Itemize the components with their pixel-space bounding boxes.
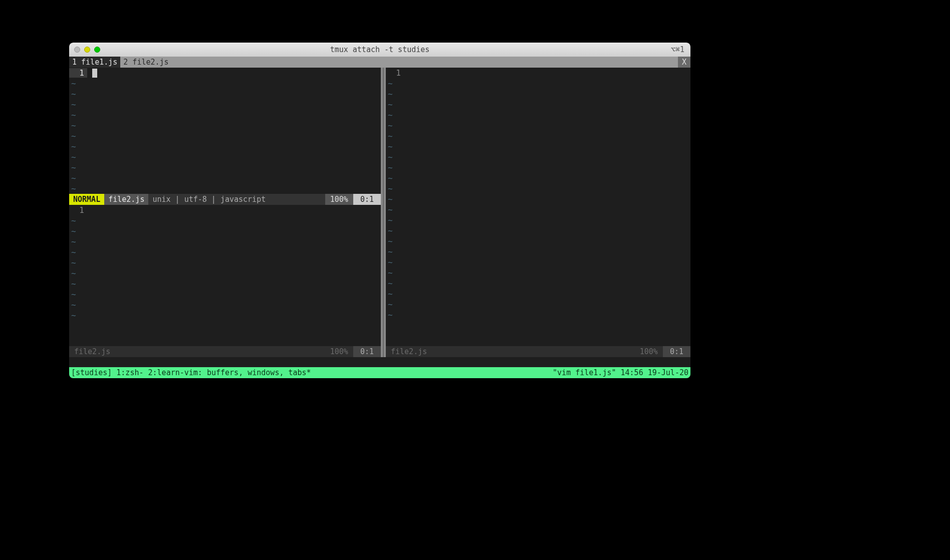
empty-line-tilde: ~ [386,289,690,299]
statusline-active: NORMAL file2.js unix | utf-8 | javascrip… [69,194,381,205]
split-container: 1 ~~~~~~~~~~~ NORMAL file2.js unix | utf… [69,68,690,357]
tab-label: 1 file1.js [72,58,117,67]
buffer-line: 1 [69,205,381,215]
line-number: 1 [69,205,87,215]
window-title: tmux attach -t studies [69,45,690,54]
tab-label: 2 file2.js [123,58,168,67]
empty-line-tilde: ~ [69,257,381,268]
left-column: 1 ~~~~~~~~~~~ NORMAL file2.js unix | utf… [69,68,381,357]
empty-line-tilde: ~ [386,183,690,194]
empty-line-tilde: ~ [386,236,690,246]
vim-tabline: 1 file1.js 2 file2.js X [69,57,690,68]
editor-area: 1 ~~~~~~~~~~~ NORMAL file2.js unix | utf… [69,68,690,378]
empty-line-tilde: ~ [386,257,690,267]
empty-line-tilde: ~ [69,183,381,194]
status-position: 0:1 [353,346,381,357]
empty-line-tilde: ~ [386,278,690,289]
empty-line-tilde: ~ [386,225,690,236]
empty-line-tilde: ~ [386,99,690,110]
status-percent: 100% [635,347,663,356]
empty-line-tilde: ~ [386,141,690,152]
empty-line-tilde: ~ [386,267,690,278]
empty-line-tilde: ~ [386,131,690,141]
empty-line-tilde: ~ [69,89,381,99]
empty-line-tilde: ~ [69,300,381,310]
line-content [87,68,381,78]
empty-line-tilde: ~ [69,278,381,289]
status-percent: 100% [325,347,353,356]
status-filename: file2.js [386,347,635,356]
empty-line-tilde: ~ [69,99,381,110]
empty-line-tilde: ~ [69,247,381,257]
cursor-icon [92,69,97,78]
pane-top-left[interactable]: 1 ~~~~~~~~~~~ [69,68,381,194]
vim-commandline[interactable] [69,357,690,367]
empty-line-tilde: ~ [69,289,381,300]
pane-bottom-left[interactable]: 1 ~~~~~~~~~~ [69,205,381,346]
right-column: 1 ~~~~~~~~~~~~~~~~~~~~~~~ file2.js 100% … [386,68,690,357]
empty-line-tilde: ~ [69,131,381,141]
empty-line-tilde: ~ [69,162,381,173]
mode-indicator: NORMAL [69,194,104,205]
empty-line-tilde: ~ [386,78,690,89]
status-filename: file2.js [104,194,148,205]
empty-line-tilde: ~ [386,173,690,183]
terminal-window: tmux attach -t studies ⌥⌘1 1 file1.js 2 … [69,43,690,378]
status-percent: 100% [325,194,353,205]
status-position: 0:1 [353,194,381,205]
empty-line-tilde: ~ [386,194,690,204]
tmux-left: [studies] 1:zsh- 2:learn-vim: buffers, w… [71,368,553,377]
buffer-line: 1 [69,68,381,78]
empty-line-tilde: ~ [386,215,690,225]
empty-line-tilde: ~ [386,152,690,162]
tab-close-button[interactable]: X [678,57,690,68]
empty-line-tilde: ~ [69,215,381,226]
empty-line-tilde: ~ [386,246,690,257]
tmux-statusbar: [studies] 1:zsh- 2:learn-vim: buffers, w… [69,367,690,378]
empty-line-tilde: ~ [386,162,690,173]
tab-file1[interactable]: 1 file1.js [69,57,120,68]
vertical-split-separator[interactable] [381,68,386,357]
tmux-right: "vim file1.js" 14:56 19-Jul-20 [553,368,688,377]
empty-line-tilde: ~ [386,89,690,99]
buffer-line: 1 [386,68,690,78]
empty-line-tilde: ~ [69,236,381,247]
empty-line-tilde: ~ [69,120,381,131]
empty-line-tilde: ~ [386,310,690,320]
empty-line-tilde: ~ [69,268,381,278]
line-number: 1 [386,68,404,78]
close-label: X [682,58,686,67]
empty-line-tilde: ~ [386,204,690,215]
empty-line-tilde: ~ [69,78,381,89]
empty-line-tilde: ~ [386,110,690,120]
window-shortcut: ⌥⌘1 [671,45,684,54]
empty-line-tilde: ~ [69,226,381,236]
empty-line-tilde: ~ [69,110,381,120]
empty-line-tilde: ~ [69,310,381,321]
line-number: 1 [69,68,87,78]
status-meta: unix | utf-8 | javascript [148,194,325,205]
empty-line-tilde: ~ [69,141,381,152]
status-filename: file2.js [69,347,325,356]
empty-line-tilde: ~ [386,120,690,131]
statusline-inactive-left: file2.js 100% 0:1 [69,346,381,357]
pane-right[interactable]: 1 ~~~~~~~~~~~~~~~~~~~~~~~ [386,68,690,346]
empty-line-tilde: ~ [69,152,381,162]
titlebar: tmux attach -t studies ⌥⌘1 [69,43,690,57]
empty-line-tilde: ~ [69,173,381,183]
status-position: 0:1 [663,346,690,357]
tab-file2[interactable]: 2 file2.js [120,57,171,68]
empty-line-tilde: ~ [386,299,690,310]
statusline-inactive-right: file2.js 100% 0:1 [386,346,690,357]
